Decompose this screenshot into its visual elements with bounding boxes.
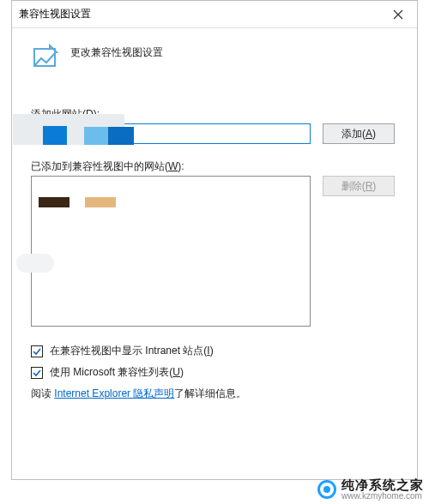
privacy-link[interactable]: Internet Explorer 隐私声明 [54,387,174,399]
compat-view-dialog: 兼容性视图设置 更改兼容性视图设置 添加此网站(D): [11,0,418,480]
compat-view-icon [31,44,58,71]
site-listbox[interactable] [31,176,311,327]
redaction-block [85,197,116,207]
watermark-logo-icon [317,480,336,499]
watermark-title: 纯净系统之家 [341,478,424,492]
remove-button: 删除(R) [323,176,395,196]
redaction-block [16,254,54,273]
close-button[interactable] [379,1,417,28]
add-button[interactable]: 添加(A) [323,123,395,144]
dialog-title: 兼容性视图设置 [19,7,91,21]
watermark-url: www.kzmyhome.com [341,492,424,501]
watermark: 纯净系统之家 www.kzmyhome.com [317,478,424,501]
site-list-row: 删除(R) [31,176,398,327]
intranet-checkbox-label: 在兼容性视图中显示 Intranet 站点(I) [50,344,214,358]
dialog-header-text: 更改兼容性视图设置 [70,44,163,60]
intranet-checkbox-row[interactable]: 在兼容性视图中显示 Intranet 站点(I) [31,344,398,358]
redaction-block [39,197,69,207]
site-list-label: 已添加到兼容性视图中的网站(W): [31,159,398,174]
checkbox-checked-icon [31,367,43,379]
mslist-checkbox-label: 使用 Microsoft 兼容性列表(U) [50,365,184,380]
options-group: 在兼容性视图中显示 Intranet 站点(I) 使用 Microsoft 兼容… [31,344,398,401]
titlebar: 兼容性视图设置 [12,1,417,28]
privacy-note: 阅读 Internet Explorer 隐私声明了解详细信息。 [31,387,398,401]
checkbox-checked-icon [31,345,43,357]
add-site-row: 添加(A) [31,123,398,144]
redaction-overlay [13,114,142,145]
dialog-header: 更改兼容性视图设置 [31,44,398,71]
close-icon [393,9,403,20]
dialog-content: 更改兼容性视图设置 添加此网站(D): 添加(A) 已添加到兼容性视图中的网站(… [12,28,417,479]
add-site-input[interactable] [31,123,311,144]
mslist-checkbox-row[interactable]: 使用 Microsoft 兼容性列表(U) [31,365,398,380]
